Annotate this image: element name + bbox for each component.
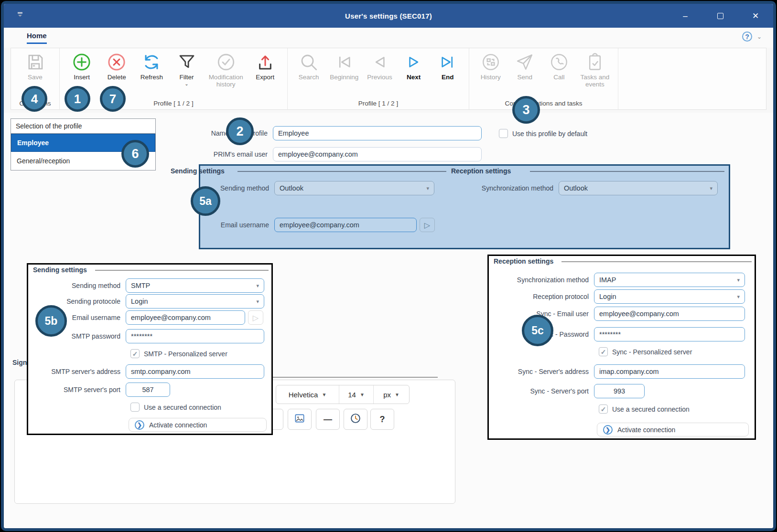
play-icon[interactable]: ▷ [248, 310, 263, 325]
legend-line [237, 171, 446, 172]
font-toolbar: Helvetica▼ 14▼ px▼ [276, 385, 410, 404]
ribbon-button-label: Delete [108, 74, 126, 81]
ribbon-button-label: Filter [180, 74, 194, 81]
imap-protocol-select[interactable]: Login▾ [594, 289, 745, 304]
window-title: User's settings (SEC017) [4, 12, 773, 20]
ribbon-group-1: InsertDeleteRefreshFilter⌄Modification h… [60, 48, 288, 109]
chevron-down-icon: ▾ [256, 298, 259, 305]
maximize-button[interactable] [717, 13, 723, 19]
chevron-down-icon[interactable]: ⌄ [757, 33, 762, 40]
imap-address-input[interactable] [594, 364, 745, 379]
search-button: Search [296, 52, 322, 81]
imap-activate-connection-button[interactable]: ❯ Activate connection [597, 423, 749, 436]
callout-1: 1 [65, 86, 90, 112]
default-profile-checkbox[interactable] [499, 129, 508, 138]
smtp-method-select[interactable]: SMTP▾ [126, 278, 264, 293]
title-bar: User's settings (SEC017) – ✕ [4, 4, 773, 28]
smtp-password-input[interactable] [126, 329, 264, 343]
filter-button[interactable]: Filter⌄ [174, 52, 200, 86]
font-size-select[interactable]: 14▼ [339, 385, 374, 404]
imap-personalized-checkbox[interactable] [599, 347, 608, 356]
imap-box-legend: Reception settings [494, 257, 553, 265]
smtp-address-input[interactable] [126, 364, 264, 379]
email-username-input[interactable] [274, 218, 417, 232]
default-profile-label: Use this profile by default [512, 130, 587, 138]
callout-7: 7 [100, 86, 126, 112]
smtp-personalized-checkbox[interactable] [130, 349, 140, 358]
close-button[interactable]: ✕ [750, 12, 761, 20]
editor-help-button[interactable]: ? [370, 409, 394, 430]
insert-time-button[interactable] [344, 409, 367, 430]
ribbon-button-label: History [481, 74, 501, 81]
sync-method-select[interactable]: Outlook ▾ [559, 181, 718, 195]
prim-email-input[interactable] [273, 147, 482, 161]
font-unit-select[interactable]: px▼ [374, 385, 409, 404]
legend-line [530, 171, 724, 172]
imap-personalized-row: Sync - Personalized server [599, 347, 692, 356]
profile-name-input[interactable] [273, 126, 482, 140]
next-button[interactable]: Next [401, 52, 427, 81]
help-icon[interactable]: ? [742, 32, 752, 42]
modification-history-button: Modification history [209, 52, 243, 88]
ribbon-button-label: Tasks and events [581, 74, 610, 88]
ribbon-group-caption: Profile [ 1 / 2 ] [288, 100, 469, 107]
arrow-right-circle-icon: ❯ [603, 425, 613, 435]
callout-6: 6 [121, 140, 149, 168]
previous-icon [370, 52, 390, 72]
arrow-right-circle-icon: ❯ [135, 420, 144, 430]
minimize-button[interactable]: – [680, 12, 691, 20]
ribbon-button-label: Insert [74, 74, 90, 81]
profile-list-header: Selection of the profile [11, 119, 155, 134]
smtp-activate-connection-button[interactable]: ❯ Activate connection [129, 418, 267, 432]
callout-2: 2 [226, 117, 254, 145]
email-username-label: Email username [200, 221, 274, 229]
history-icon [481, 52, 501, 72]
ribbon-button-label: Beginning [330, 74, 358, 81]
smtp-protocol-row: Sending protocole Login▾ [30, 294, 264, 309]
imap-method-select[interactable]: IMAP▾ [594, 273, 745, 287]
end-button[interactable]: End [435, 52, 461, 81]
sync-method-row: Synchronization method Outlook ▾ [469, 181, 718, 195]
legend-line [561, 261, 752, 262]
callout-5a: 5a [191, 186, 220, 216]
smtp-protocol-select[interactable]: Login▾ [126, 294, 264, 309]
prim-email-label: PRIM's email user [162, 150, 273, 158]
image-icon [293, 412, 306, 427]
imap-secure-label: Use a secured connection [612, 405, 690, 413]
sending-method-select[interactable]: Outlook ▾ [274, 181, 434, 195]
insert-button[interactable]: Insert [69, 52, 95, 81]
window-controls: – ✕ [680, 4, 761, 28]
ribbon-button-label: Export [256, 74, 274, 81]
ribbon-group-3: HistorySendCallTasks and eventsCommunica… [469, 48, 618, 109]
refresh-button[interactable]: Refresh [139, 52, 164, 81]
imap-port-input[interactable] [594, 384, 645, 398]
ribbon-button-label: Call [553, 74, 564, 81]
chevron-down-icon[interactable]: ⌄ [184, 81, 188, 86]
beginning-icon [334, 52, 354, 72]
smtp-box-legend: Sending settings [33, 266, 87, 274]
prim-email-row: PRIM's email user [162, 147, 482, 161]
smtp-address-row: SMTP server's address [30, 364, 264, 379]
delete-button[interactable]: Delete [104, 52, 130, 81]
smtp-secure-checkbox[interactable] [130, 403, 140, 412]
chevron-down-icon: ▾ [737, 277, 740, 283]
imap-port-label: Sync - Server's port [491, 387, 594, 395]
horizontal-rule-button[interactable]: — [316, 409, 340, 430]
imap-password-input[interactable] [594, 327, 745, 341]
insert-image-button[interactable] [288, 409, 312, 430]
ribbon-button-label: Next [407, 74, 421, 81]
smtp-port-input[interactable] [126, 383, 170, 397]
play-icon[interactable]: ▷ [420, 218, 435, 232]
beginning-button: Beginning [330, 52, 358, 81]
ribbon-group-caption: Communications and tasks [469, 100, 618, 107]
refresh-icon [141, 52, 162, 72]
smtp-username-input[interactable] [126, 310, 245, 325]
imap-user-input[interactable] [594, 307, 745, 321]
imap-secure-checkbox[interactable] [599, 404, 608, 414]
tab-home[interactable]: Home [27, 32, 47, 44]
smtp-secure-label: Use a secured connection [144, 404, 221, 411]
font-family-select[interactable]: Helvetica▼ [276, 385, 339, 404]
export-button[interactable]: Export [252, 52, 278, 81]
filter-icon [177, 52, 197, 72]
imap-port-row: Sync - Server's port [491, 384, 645, 398]
